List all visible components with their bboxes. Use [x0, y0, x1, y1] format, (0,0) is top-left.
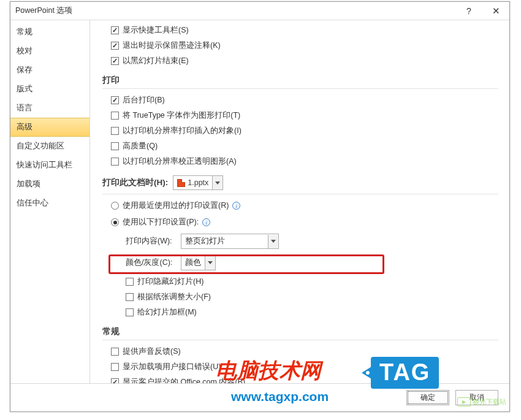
window-title: PowerPoint 选项 — [15, 6, 455, 16]
radio-label: 使用以下打印设置(P): — [123, 217, 199, 227]
sidebar-item-addins[interactable]: 加载项 — [10, 175, 89, 194]
group-heading: 打印 — [102, 75, 498, 89]
check-label: 显示快捷工具栏(S) — [123, 25, 189, 36]
checkbox-show-mini-toolbar[interactable] — [111, 26, 119, 34]
info-icon[interactable]: i — [232, 202, 240, 210]
check-label: 退出时提示保留墨迹注释(K) — [123, 40, 221, 51]
check-label: 显示加载项用户接口错误(U) — [123, 362, 221, 372]
checkbox-truetype-as-graphics[interactable] — [111, 112, 119, 120]
chevron-down-icon[interactable] — [205, 256, 215, 270]
sidebar-item-advanced[interactable]: 高级 — [10, 118, 89, 137]
print-what-combo[interactable]: 整页幻灯片 — [181, 234, 279, 249]
checkbox-high-quality[interactable] — [111, 142, 119, 150]
sidebar-item-save[interactable]: 保存 — [10, 61, 89, 80]
chevron-down-icon[interactable] — [212, 176, 222, 189]
group-heading: 常规 — [102, 326, 498, 340]
info-icon[interactable]: i — [202, 218, 210, 226]
checkbox-background-print[interactable] — [111, 96, 119, 104]
group-heading: 打印此文档时(H): — [102, 177, 168, 188]
checkbox-sound-feedback[interactable] — [111, 348, 119, 356]
checkbox-align-transparent-graphics[interactable] — [111, 158, 119, 166]
color-grayscale-combo[interactable]: 颜色 — [181, 255, 216, 270]
combo-value: 1.pptx — [188, 178, 208, 187]
checkbox-prompt-keep-ink[interactable] — [111, 42, 119, 50]
checkbox-print-inserted-at-printer-res[interactable] — [111, 127, 119, 135]
close-button[interactable]: ✕ — [482, 2, 509, 20]
cancel-button[interactable]: 取消 — [455, 390, 498, 405]
radio-use-recent-settings[interactable] — [111, 202, 119, 210]
color-grayscale-label: 颜色/灰度(C): — [126, 258, 176, 268]
category-sidebar: 常规 校对 保存 版式 语言 高级 自定义功能区 快速访问工具栏 加载项 信任中… — [10, 20, 90, 383]
print-what-label: 打印内容(W): — [126, 236, 176, 246]
radio-label: 使用最近使用过的打印设置(R) — [123, 200, 229, 211]
chevron-down-icon[interactable] — [268, 235, 278, 248]
check-label: 以黑幻灯片结束(E) — [123, 56, 189, 66]
combo-value: 整页幻灯片 — [185, 236, 225, 246]
checkbox-scale-to-fit-paper[interactable] — [126, 293, 134, 301]
sidebar-item-customize-ribbon[interactable]: 自定义功能区 — [10, 137, 89, 156]
ok-button[interactable]: 确定 — [406, 390, 449, 405]
checkbox-frame-slides[interactable] — [126, 308, 134, 316]
check-label: 将 TrueType 字体作为图形打印(T) — [123, 110, 240, 121]
check-label: 根据纸张调整大小(F) — [137, 292, 211, 302]
sidebar-item-proofing[interactable]: 校对 — [10, 42, 89, 61]
sidebar-item-language[interactable]: 语言 — [10, 99, 89, 118]
radio-use-following-settings[interactable] — [111, 218, 119, 226]
document-select-combo[interactable]: 1.pptx — [173, 175, 223, 190]
check-label: 高质量(Q) — [123, 141, 158, 151]
titlebar: PowerPoint 选项 ? ✕ — [10, 2, 509, 20]
check-label: 提供声音反馈(S) — [123, 346, 181, 357]
sidebar-item-trust-center[interactable]: 信任中心 — [10, 194, 89, 213]
checkbox-print-hidden-slides[interactable] — [126, 278, 134, 286]
checkbox-show-customer-content[interactable] — [111, 378, 119, 383]
dialog-body: 常规 校对 保存 版式 语言 高级 自定义功能区 快速访问工具栏 加载项 信任中… — [10, 20, 509, 383]
dialog-footer: 确定 取消 — [10, 383, 509, 411]
group-general: 常规 提供声音反馈(S) 显示加载项用户接口错误(U) 显示客户提交的 Offi… — [102, 326, 498, 383]
check-label: 以打印机分辨率打印插入的对象(I) — [123, 126, 241, 136]
group-print-this-doc: 打印此文档时(H): 1.pptx 使用最近使用过的打印 — [102, 175, 498, 318]
sidebar-item-general[interactable]: 常规 — [10, 23, 89, 42]
sidebar-item-quick-access[interactable]: 快速访问工具栏 — [10, 156, 89, 175]
options-dialog: PowerPoint 选项 ? ✕ 常规 校对 保存 版式 语言 高级 自定义功… — [10, 1, 510, 412]
pptx-file-icon — [177, 179, 185, 187]
content-pane: 显示快捷工具栏(S) 退出时提示保留墨迹注释(K) 以黑幻灯片结束(E) 打印 — [90, 20, 509, 383]
check-label: 给幻灯片加框(M) — [137, 307, 197, 318]
check-label: 后台打印(B) — [123, 95, 165, 105]
checkbox-end-black-slide[interactable] — [111, 57, 119, 65]
sidebar-item-layout[interactable]: 版式 — [10, 80, 89, 99]
check-label: 显示客户提交的 Office.com 内容(B) — [123, 377, 245, 383]
combo-value: 颜色 — [185, 258, 201, 268]
group-print: 打印 后台打印(B) 将 TrueType 字体作为图形打印(T) 以打印机分辨… — [102, 75, 498, 167]
help-button[interactable]: ? — [455, 2, 482, 20]
checkbox-show-addin-ui-errors[interactable] — [111, 363, 119, 371]
check-label: 以打印机分辨率校正透明图形(A) — [123, 156, 237, 167]
check-label: 打印隐藏幻灯片(H) — [137, 277, 203, 287]
